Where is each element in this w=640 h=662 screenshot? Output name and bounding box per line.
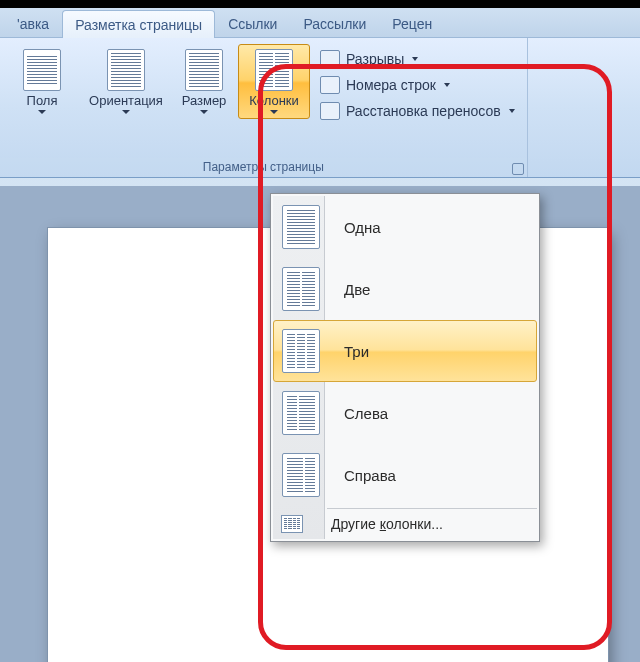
hyphenation-icon [320,102,340,120]
line-numbers-icon [320,76,340,94]
size-icon [185,49,223,91]
line-numbers-button[interactable]: Номера строк [318,74,517,96]
tab-page-layout[interactable]: Разметка страницы [62,10,215,38]
tab-review[interactable]: Рецен [379,9,445,37]
size-button[interactable]: Размер [174,44,234,119]
margins-button[interactable]: Поля [6,44,78,119]
chevron-down-icon [270,110,278,114]
breaks-button[interactable]: Разрывы [318,48,517,70]
tab-mailings[interactable]: Рассылки [290,9,379,37]
columns-button[interactable]: Колонки [238,44,310,119]
two-columns-icon [282,267,320,311]
orientation-button[interactable]: Ориентация [82,44,170,119]
chevron-down-icon [444,83,450,87]
dialog-launcher-icon[interactable] [512,163,524,175]
columns-option-right[interactable]: Справа [273,444,537,506]
group-page-setup: Параметры страницы [0,158,527,177]
chevron-down-icon [38,110,46,114]
one-column-icon [282,205,320,249]
columns-option-left[interactable]: Слева [273,382,537,444]
chevron-down-icon [200,110,208,114]
orientation-icon [107,49,145,91]
more-columns-icon [281,515,303,533]
three-columns-icon [282,329,320,373]
right-column-icon [282,453,320,497]
ribbon: Поля Ориентация Размер Колонки [0,38,640,178]
breaks-icon [320,50,340,68]
columns-icon [255,49,293,91]
columns-option-three[interactable]: Три [273,320,537,382]
app-window: 'авка Разметка страницы Ссылки Рассылки … [0,8,640,662]
hyphenation-button[interactable]: Расстановка переносов [318,100,517,122]
columns-dropdown: Одна Две Три Слева Справа Другие колонки… [270,193,540,542]
columns-option-two[interactable]: Две [273,258,537,320]
columns-option-one[interactable]: Одна [273,196,537,258]
ribbon-tabs: 'авка Разметка страницы Ссылки Рассылки … [0,8,640,38]
columns-option-more[interactable]: Другие колонки... [273,509,537,539]
chevron-down-icon [122,110,130,114]
margins-icon [23,49,61,91]
chevron-down-icon [412,57,418,61]
chevron-down-icon [509,109,515,113]
tab-insert[interactable]: 'авка [4,9,62,37]
tab-references[interactable]: Ссылки [215,9,290,37]
left-column-icon [282,391,320,435]
